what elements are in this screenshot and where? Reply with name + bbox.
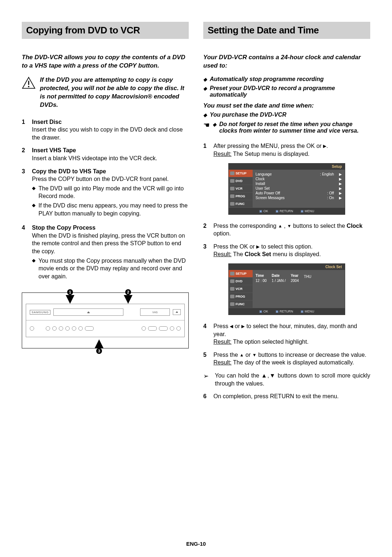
step-number: 3 — [22, 167, 28, 219]
osd-tab-prog: PROG — [229, 193, 253, 200]
two-column-layout: Copying from DVD to VCR The DVD-VCR allo… — [22, 22, 370, 405]
step-body: Press the corresponding ▲ , ▼ buttons to… — [213, 222, 370, 238]
left-column: Copying from DVD to VCR The DVD-VCR allo… — [22, 22, 189, 405]
tape-icon — [230, 287, 234, 291]
step-number: 2 — [203, 222, 210, 238]
clock-icon — [230, 295, 234, 298]
osd-main: Time12 : 00 Date1 / JAN / Year2004 THU — [253, 270, 345, 308]
tip-row: ➢ You can hold the ▲,▼ buttons down to s… — [203, 372, 370, 387]
bold-word: Clock Set — [245, 251, 271, 257]
osd-title: Setup — [229, 164, 345, 170]
device-body: SAMSUNG ⏏ VHS ⏏ — [26, 304, 185, 337]
osd-sidebar: SETUP DVD VCR PROG FUNC — [229, 270, 253, 308]
osd-tab-func: FUNC — [229, 300, 253, 308]
osd-main: Language: English▶ Clock▶ Install▶ User … — [253, 170, 345, 208]
osd-tab-label: PROG — [236, 295, 245, 298]
button-icon — [148, 326, 157, 331]
step-number: 3 — [203, 243, 210, 258]
step-text: Press the corresponding — [213, 223, 278, 229]
step-number: 1 — [203, 142, 210, 158]
step-title: Copy the DVD to VHS Tape — [32, 168, 106, 174]
button-icon — [170, 326, 174, 331]
result-text: menu is displayed. — [271, 251, 321, 257]
step-body: Press the OK or ▶ to select this option.… — [213, 243, 370, 258]
manual-page: Copying from DVD to VCR The DVD-VCR allo… — [0, 0, 392, 557]
step-text: . — [326, 143, 328, 149]
clock-icon — [230, 194, 234, 198]
disc-icon — [230, 279, 234, 283]
down-arrow-icon: ▼ — [287, 223, 291, 229]
step-text: option. — [213, 230, 231, 237]
bold-word: Clock — [347, 223, 363, 229]
must-set-bullets: You purchase the DVD-VCR — [203, 112, 370, 119]
vhs-slot: VHS — [140, 308, 170, 316]
right-step-3: 3 Press the OK or ▶ to select this optio… — [203, 243, 370, 258]
step-text: After pressing the MENU, press the OK or — [213, 143, 323, 149]
osd-clock-col: Time12 : 00 — [256, 274, 267, 283]
step-title: Stop the Copy Process — [32, 225, 95, 231]
step-text: Insert a blank VHS videotape into the VC… — [32, 155, 157, 161]
pointer-bullet: Do not forget to reset the time when you… — [213, 121, 370, 136]
osd-col-header: Date — [272, 274, 286, 278]
osd-tab-label: FUNC — [236, 202, 245, 206]
gear-icon — [230, 272, 234, 275]
step-text: Press the — [213, 352, 240, 358]
osd-tab-prog: PROG — [229, 293, 253, 300]
func-icon — [230, 302, 234, 306]
right-arrow-icon: ▶ — [339, 191, 342, 195]
osd-clock-col: THU — [304, 274, 311, 283]
step-body: After pressing the MENU, press the OK or… — [213, 142, 370, 158]
diagram-marker-1: 1 — [66, 295, 74, 304]
step-body: Press ◀ or ▶ to select the hour, minutes… — [213, 322, 370, 346]
result-line: Result: The Setup menu is displayed. — [213, 151, 310, 157]
step-bullets: The DVD will go into Play mode and the V… — [32, 185, 189, 217]
up-arrow-icon: ▲ — [278, 223, 282, 229]
result-label: Result: — [213, 251, 232, 257]
osd-footer-ok: OK — [259, 209, 268, 213]
osd-tab-vcr: VCR — [229, 285, 253, 293]
osd-row: Clock▶ — [256, 177, 342, 181]
device-bottom-row — [26, 320, 184, 336]
osd-col-value: THU — [304, 275, 311, 279]
osd-title: Clock Set — [229, 264, 345, 270]
osd-row: User Set▶ — [256, 186, 342, 191]
left-step-4: 4 Stop the Copy Process When the DVD is … — [22, 224, 189, 282]
osd-label: Auto Power Off — [256, 191, 280, 195]
result-text: The — [233, 251, 245, 257]
right-intro: Your DVD-VCR contains a 24-hour clock an… — [203, 53, 370, 70]
bullet-text: The DVD will go into Play mode and the V… — [38, 185, 189, 200]
osd-tab-label: FUNC — [236, 302, 245, 306]
left-step-2: 2 Insert VHS Tape Insert a blank VHS vid… — [22, 146, 189, 162]
marker-num: 1 — [67, 289, 73, 295]
osd-tab-dvd: DVD — [229, 278, 253, 285]
osd-clockset-screenshot: Clock Set SETUP DVD VCR PROG FUNC Time12… — [228, 263, 345, 315]
osd-tab-func: FUNC — [229, 200, 253, 208]
up-arrow-icon: ▲ — [240, 352, 244, 358]
right-arrow-icon: ▶ — [339, 196, 342, 200]
osd-col-value: 1 / JAN / — [272, 279, 286, 283]
osd-tab-dvd: DVD — [229, 177, 253, 185]
osd-tab-label: PROG — [236, 194, 245, 198]
osd-footer-menu: MENU — [301, 209, 314, 213]
down-arrow-icon: ▼ — [252, 352, 257, 358]
step-text: , — [282, 223, 287, 229]
osd-col-header: Time — [256, 274, 267, 278]
dvd-slot: ⏏ — [53, 308, 123, 316]
eject-icon: ⏏ — [173, 309, 181, 315]
osd-label: Screen Messages — [256, 196, 285, 200]
result-line: Result: The option selected highlight. — [213, 339, 309, 345]
osd-tab-setup: SETUP — [229, 270, 253, 278]
result-text: The Setup menu is displayed. — [233, 151, 310, 157]
right-arrow-icon: ▶ — [256, 244, 260, 250]
osd-row: Auto Power Off: Off▶ — [256, 191, 342, 195]
button-icon — [78, 326, 83, 331]
step-bullets: You must stop the Copy process manually … — [32, 257, 189, 280]
osd-col-header: Year — [291, 274, 299, 278]
osd-row: Screen Messages: On▶ — [256, 195, 342, 200]
left-intro: The DVD-VCR allows you to copy the conte… — [22, 53, 189, 70]
osd-col-value: 2004 — [291, 279, 299, 283]
step-text: Press — [213, 323, 230, 329]
osd-tab-vcr: VCR — [229, 185, 253, 193]
button-icon — [65, 326, 70, 331]
osd-tab-setup: SETUP — [229, 170, 253, 177]
